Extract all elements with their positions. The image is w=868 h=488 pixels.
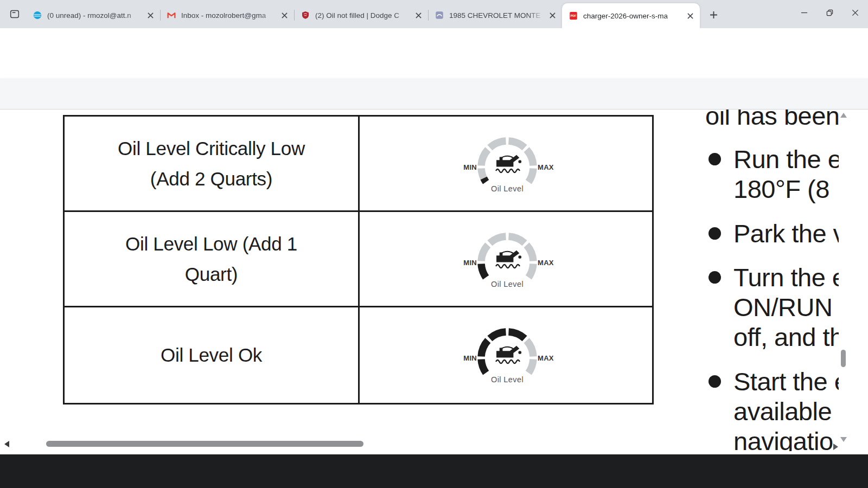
table-row: Oil Level Low (Add 1 Quart) MINMAXOil Le…: [65, 212, 652, 307]
svg-text:MAX: MAX: [538, 259, 554, 267]
tab-close-icon[interactable]: [278, 9, 291, 22]
favorites-bar: Marine Credit Unio... a Amazon.com: Onli…: [0, 56, 868, 79]
new-tab-button[interactable]: [706, 8, 720, 22]
row-label-line: Oil Level Ok: [161, 340, 262, 370]
gmail-icon: [167, 10, 176, 20]
table-row: Oil Level Ok MINMAXOil Level: [65, 307, 652, 403]
oil-level-table: Oil Level Critically Low (Add 2 Quarts) …: [63, 115, 654, 404]
side-text-line: 180°F (8: [733, 174, 829, 204]
vscroll-down-arrow[interactable]: [840, 437, 847, 442]
table-cell-gauge: MINMAXOil Level: [360, 212, 652, 306]
tab-title: Inbox - mozolrobert@gma: [181, 11, 278, 20]
vscroll-up-arrow[interactable]: [840, 113, 847, 118]
hscroll-left-arrow[interactable]: [4, 441, 9, 447]
address-bar: File C:/Users/12624/Desktop/charger-2026…: [0, 28, 868, 56]
tab-title: (0 unread) - rmozol@att.n: [47, 11, 144, 20]
hscroll-thumb[interactable]: [46, 441, 363, 447]
oil-level-gauge-low: MINMAXOil Level: [456, 228, 559, 294]
bullet-icon: [709, 227, 721, 240]
side-text-line: Turn the e: [733, 262, 839, 292]
bullet-icon: [709, 375, 721, 388]
side-text-line: Park the v: [733, 219, 839, 248]
att-globe-icon: [33, 10, 42, 20]
tab-title: (2) Oil not filled | Dodge C: [315, 11, 412, 20]
vscroll-thumb[interactable]: [841, 350, 846, 367]
close-icon: [852, 9, 859, 16]
side-text-line: ON/RUN p: [733, 292, 839, 322]
svg-text:MIN: MIN: [463, 163, 477, 171]
svg-text:Oil Level: Oil Level: [491, 280, 524, 288]
row-label-line: Oil Level Critically Low: [118, 133, 305, 164]
table-cell-label: Oil Level Critically Low (Add 2 Quarts): [65, 117, 360, 210]
table-cell-label: Oil Level Ok: [65, 307, 360, 403]
restore-icon: [826, 9, 833, 16]
svg-text:MIN: MIN: [463, 259, 477, 267]
table-cell-gauge: MINMAXOil Level: [360, 307, 652, 403]
tab-dodge-forum[interactable]: (2) Oil not filled | Dodge C: [294, 4, 428, 26]
row-label-line: Quart): [185, 259, 238, 290]
svg-text:PDF: PDF: [571, 14, 577, 17]
minimize-icon: [801, 9, 808, 16]
svg-text:Oil Level: Oil Level: [491, 375, 524, 384]
svg-text:MIN: MIN: [463, 354, 477, 362]
side-text-column: oil has been Run the e 180°F (8 Park the…: [704, 110, 839, 451]
oil-level-gauge-ok: MINMAXOil Level: [456, 323, 559, 389]
pdf-page-content: Oil Level Critically Low (Add 2 Quarts) …: [0, 110, 868, 454]
tab-title: charger-2026-owner-s-ma: [583, 12, 684, 20]
close-button[interactable]: [843, 0, 868, 25]
side-text-line: available i: [733, 396, 839, 426]
tab-att-mail[interactable]: (0 unread) - rmozol@att.n: [26, 4, 160, 26]
minimize-button[interactable]: [792, 0, 817, 25]
svg-text:MAX: MAX: [538, 354, 554, 362]
bullet-icon: [709, 271, 721, 284]
window-controls: [792, 0, 868, 28]
hscroll-right-arrow[interactable]: [833, 444, 838, 450]
side-text-line: navigatio: [733, 426, 833, 451]
svg-text:MAX: MAX: [538, 163, 554, 171]
pdf-toolbar: a Ask Copilot − + of 312: [0, 79, 868, 110]
side-text-line: Run the e: [733, 144, 839, 174]
edge-browser-window: (0 unread) - rmozol@att.n Inbox - mozolr…: [0, 0, 868, 488]
bullet-icon: [709, 153, 721, 165]
tab-close-icon[interactable]: [144, 9, 157, 22]
table-cell-label: Oil Level Low (Add 1 Quart): [65, 212, 360, 306]
windows-taskbar: 8:16 AM 4/12/2026: [0, 454, 868, 488]
tab-close-icon[interactable]: [546, 9, 559, 22]
tab-gmail-inbox[interactable]: Inbox - mozolrobert@gma: [160, 4, 294, 26]
monte-carlo-icon: [435, 10, 444, 20]
table-cell-gauge: MINMAXOil Level: [360, 117, 652, 210]
dodge-forum-icon: [301, 10, 310, 20]
tab-actions-icon: [9, 8, 21, 20]
side-text-line: off, and th: [733, 322, 839, 352]
oil-level-gauge-critically-low: MINMAXOil Level: [456, 132, 559, 198]
tab-monte-carlo[interactable]: 1985 CHEVROLET MONTE: [428, 4, 562, 26]
tab-bar: (0 unread) - rmozol@att.n Inbox - mozolr…: [0, 0, 868, 28]
row-label-line: Oil Level Low (Add 1: [125, 229, 297, 259]
tab-pdf-active[interactable]: PDF charger-2026-owner-s-ma: [562, 3, 700, 28]
side-text-line: oil has been: [705, 110, 839, 131]
tab-actions-menu-button[interactable]: [7, 7, 23, 21]
restore-button[interactable]: [817, 0, 843, 25]
pdf-icon: PDF: [569, 11, 578, 21]
plus-icon: [710, 11, 718, 19]
svg-text:Oil Level: Oil Level: [491, 184, 524, 193]
table-row: Oil Level Critically Low (Add 2 Quarts) …: [65, 117, 652, 212]
row-label-line: (Add 2 Quarts): [150, 164, 272, 194]
tab-close-icon[interactable]: [412, 9, 425, 22]
tab-title: 1985 CHEVROLET MONTE: [449, 11, 546, 20]
tab-close-icon[interactable]: [684, 9, 697, 22]
side-text-line: Start the e: [733, 367, 839, 396]
